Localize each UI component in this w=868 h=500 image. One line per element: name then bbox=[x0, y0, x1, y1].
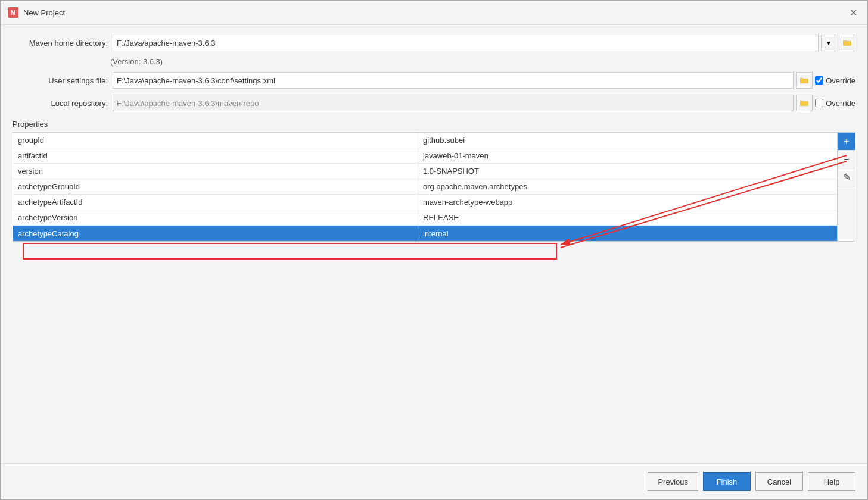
local-repo-browse-button[interactable] bbox=[796, 95, 813, 111]
prop-value: internal bbox=[418, 226, 837, 241]
table-row[interactable]: artifactIdjavaweb-01-maven bbox=[13, 148, 837, 164]
prop-value: RELEASE bbox=[418, 210, 837, 225]
help-button[interactable]: Help bbox=[808, 472, 855, 491]
table-row[interactable]: archetypeGroupIdorg.apache.maven.archety… bbox=[13, 179, 837, 195]
properties-label: Properties bbox=[13, 120, 855, 129]
dialog-title: New Project bbox=[23, 8, 65, 17]
user-settings-input-area: Override bbox=[113, 72, 855, 89]
previous-button[interactable]: Previous bbox=[648, 472, 698, 491]
maven-home-input-area: ▼ bbox=[113, 35, 855, 51]
maven-home-row: Maven home directory: ▼ bbox=[13, 35, 855, 51]
user-settings-override-checkbox[interactable] bbox=[815, 76, 823, 85]
maven-home-browse-button[interactable] bbox=[839, 35, 855, 51]
user-settings-override-label: Override bbox=[826, 76, 855, 85]
close-button[interactable]: ✕ bbox=[846, 5, 860, 20]
properties-container: groupIdgithub.subeiartifactIdjavaweb-01-… bbox=[13, 132, 855, 242]
finish-button[interactable]: Finish bbox=[703, 472, 751, 491]
properties-section: Properties groupIdgithub.subeiartifactId… bbox=[13, 120, 855, 242]
dialog-icon: M bbox=[8, 7, 18, 18]
prop-value: javaweb-01-maven bbox=[418, 148, 837, 163]
svg-rect-2 bbox=[843, 40, 846, 42]
prop-value: 1.0-SNAPSHOT bbox=[418, 164, 837, 179]
local-repo-input-area: Override bbox=[113, 95, 855, 111]
new-project-dialog: M New Project ✕ Maven home directory: ▼ bbox=[0, 0, 868, 500]
prop-key: artifactId bbox=[13, 148, 418, 163]
table-row[interactable]: version1.0-SNAPSHOT bbox=[13, 164, 837, 179]
prop-value: github.subei bbox=[418, 133, 837, 148]
maven-home-input[interactable] bbox=[113, 35, 819, 51]
edit-property-button[interactable]: ✎ bbox=[838, 168, 855, 186]
folder-icon bbox=[843, 39, 851, 47]
user-settings-row: User settings file: Override bbox=[13, 72, 855, 89]
local-repo-override-checkbox[interactable] bbox=[815, 99, 823, 107]
folder-icon bbox=[800, 76, 808, 85]
prop-key: archetypeGroupId bbox=[13, 179, 418, 194]
remove-property-button[interactable]: − bbox=[838, 151, 855, 168]
user-settings-label: User settings file: bbox=[13, 76, 108, 85]
properties-table: groupIdgithub.subeiartifactIdjavaweb-01-… bbox=[13, 133, 837, 241]
local-repo-label: Local repository: bbox=[13, 99, 108, 108]
folder-icon bbox=[800, 99, 808, 107]
maven-home-label: Maven home directory: bbox=[13, 39, 108, 48]
table-row[interactable]: archetypeArtifactIdmaven-archetype-webap… bbox=[13, 195, 837, 210]
maven-home-dropdown-button[interactable]: ▼ bbox=[821, 35, 836, 51]
title-bar: M New Project ✕ bbox=[1, 1, 867, 25]
prop-key: archetypeVersion bbox=[13, 210, 418, 225]
add-property-button[interactable]: + bbox=[838, 133, 855, 151]
title-bar-left: M New Project bbox=[8, 7, 65, 18]
dialog-content: Maven home directory: ▼ (Version: 3.6.3)… bbox=[1, 25, 867, 463]
prop-key: version bbox=[13, 164, 418, 179]
prop-key: archetypeCatalog bbox=[13, 226, 418, 241]
prop-key: archetypeArtifactId bbox=[13, 195, 418, 210]
prop-value: maven-archetype-webapp bbox=[418, 195, 837, 210]
prop-value: org.apache.maven.archetypes bbox=[418, 179, 837, 194]
table-row[interactable]: archetypeCataloginternal bbox=[13, 226, 837, 241]
user-settings-override-area: Override bbox=[815, 76, 855, 85]
props-sidebar: + − ✎ bbox=[837, 133, 855, 241]
svg-rect-4 bbox=[800, 78, 803, 79]
maven-version-text: (Version: 3.6.3) bbox=[110, 57, 163, 66]
local-repo-override-label: Override bbox=[826, 99, 855, 108]
dialog-footer: Previous Finish Cancel Help bbox=[1, 463, 867, 499]
prop-key: groupId bbox=[13, 133, 418, 148]
user-settings-input[interactable] bbox=[113, 72, 794, 89]
svg-rect-6 bbox=[800, 101, 803, 102]
user-settings-browse-button[interactable] bbox=[796, 72, 813, 89]
local-repo-override-area: Override bbox=[815, 99, 855, 108]
table-row[interactable]: groupIdgithub.subei bbox=[13, 133, 837, 148]
local-repo-row: Local repository: Override bbox=[13, 95, 855, 111]
maven-version-row: (Version: 3.6.3) bbox=[13, 57, 855, 66]
cancel-button[interactable]: Cancel bbox=[755, 472, 803, 491]
table-row[interactable]: archetypeVersionRELEASE bbox=[13, 210, 837, 226]
local-repo-input[interactable] bbox=[113, 95, 794, 111]
